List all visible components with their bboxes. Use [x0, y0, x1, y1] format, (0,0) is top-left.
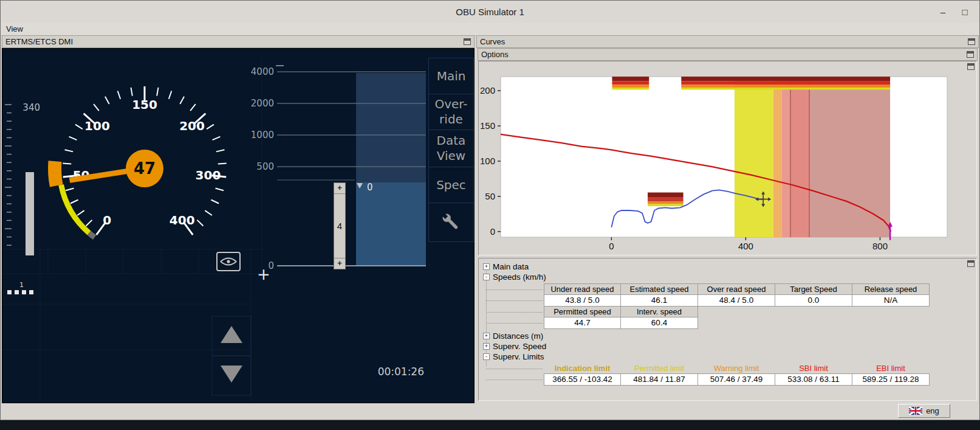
data-tree: + Main data - Speeds (km/h) Under read s… — [483, 262, 974, 386]
speeds-header-row: Under read speed Estimated speed Over re… — [544, 283, 974, 295]
limits-header-cell: SBI limit — [775, 363, 852, 374]
expander-icon[interactable]: - — [483, 353, 490, 360]
svg-text:1000: 1000 — [251, 130, 274, 140]
page-dot[interactable] — [15, 290, 19, 294]
options-panel-title: Options — [481, 50, 509, 59]
svg-text:0: 0 — [609, 241, 614, 251]
limits-value-cell: 533.08 / 63.11 — [775, 373, 852, 386]
obu-simulator-window: OBU Simulator 1 – □ View ERTMS/ETCS DMI … — [0, 0, 980, 420]
expander-icon[interactable]: + — [483, 333, 490, 339]
expander-icon[interactable]: + — [483, 343, 490, 350]
svg-text:2000: 2000 — [251, 98, 274, 109]
speeds-value-row-2: 44.7 60.4 — [544, 317, 974, 329]
dmi-graphics: 4000200010005000005010015020030040047 — [2, 49, 474, 403]
speeds-value-cell: 48.4 / 5.0 — [697, 294, 775, 307]
page-dot[interactable] — [29, 290, 33, 294]
limits-value-cell: 507.46 / 37.49 — [697, 373, 775, 386]
svg-text:300: 300 — [196, 168, 221, 182]
speeds-value-cell: N/A — [852, 294, 930, 307]
svg-text:100: 100 — [480, 156, 495, 166]
speeds-header-cell: Over read speed — [697, 283, 775, 295]
svg-text:400: 400 — [170, 213, 195, 227]
options-dock-icon[interactable] — [967, 51, 974, 58]
tree-item-distances[interactable]: + Distances (m) — [483, 331, 974, 341]
planning-zoom-slider[interactable]: + 4 + — [334, 182, 346, 269]
curves-dock-icon[interactable] — [968, 38, 975, 45]
uk-flag-icon — [909, 407, 922, 415]
speeds-table: Under read speed Estimated speed Over re… — [544, 283, 974, 329]
svg-text:200: 200 — [179, 119, 205, 133]
clock-display: 00:01:26 — [355, 366, 424, 378]
limits-value-cell: 589.25 / 119.28 — [852, 373, 930, 386]
tree-item-superv-limits[interactable]: - Superv. Limits — [483, 352, 974, 362]
speeds-header-row-2: Permitted speed Interv. speed — [544, 306, 974, 317]
data-tree-panel: + Main data - Speeds (km/h) Under read s… — [478, 258, 977, 401]
page-number: 1 — [19, 281, 24, 289]
speeds-value-cell: 43.8 / 5.0 — [544, 294, 621, 307]
dmi-display: 4000200010005000005010015020030040047 34… — [2, 48, 475, 403]
window-title: OBU Simulator 1 — [456, 7, 524, 17]
speeds-header-cell: Target Speed — [775, 283, 852, 295]
curves-panel-title: Curves — [480, 37, 505, 46]
svg-text:150: 150 — [132, 97, 157, 112]
curves-chart-panel: 0400800050100150200 — [478, 61, 977, 255]
speeds-header-cell: Interv. speed — [620, 306, 698, 317]
tree-item-label: Superv. Speed — [493, 342, 546, 351]
speeds-header-cell: Estimated speed — [620, 283, 698, 295]
maximize-button[interactable]: □ — [959, 7, 971, 17]
svg-text:150: 150 — [480, 120, 495, 131]
speeds-value-cell: 60.4 — [620, 317, 698, 329]
menu-bar: View — [1, 23, 979, 36]
curves-chart: 0400800050100150200 — [479, 61, 976, 255]
tree-item-label: Main data — [493, 262, 529, 271]
tree-item-speeds[interactable]: - Speeds (km/h) — [483, 272, 974, 282]
svg-text:47: 47 — [134, 159, 156, 178]
speeds-value-cell: 46.1 — [620, 294, 698, 307]
tree-item-main-data[interactable]: + Main data — [483, 262, 974, 272]
wrench-icon — [439, 210, 464, 235]
limits-value-cell: 481.84 / 11.87 — [620, 373, 698, 386]
tree-item-label: Distances (m) — [493, 331, 543, 341]
zoom-in-button[interactable]: + — [334, 183, 345, 194]
zoom-out-button[interactable]: + — [334, 258, 345, 269]
svg-text:0: 0 — [103, 213, 111, 227]
speeds-value-cell: 0.0 — [775, 294, 852, 307]
dmi-dock-icon[interactable] — [464, 38, 471, 45]
left-gauge-max-label: 340 — [18, 102, 40, 113]
main-button[interactable]: Main — [428, 58, 474, 94]
svg-text:4000: 4000 — [251, 66, 274, 77]
svg-text:0: 0 — [367, 182, 373, 193]
dmi-panel-title: ERTMS/ETCS DMI — [5, 37, 73, 46]
data-view-button[interactable]: Data View — [428, 130, 474, 167]
titlebar[interactable]: OBU Simulator 1 – □ — [1, 1, 979, 23]
page-dot[interactable] — [7, 290, 12, 294]
language-button[interactable]: eng — [898, 404, 950, 418]
speeds-header-cell: Permitted speed — [544, 306, 621, 317]
dmi-menu-sidebar: Main Over-ride Data View Spec — [428, 58, 474, 242]
limits-header-cell: Warning limit — [697, 363, 775, 374]
limits-table: Indication limit Permitted limit Warning… — [544, 363, 974, 386]
chart-dock-icon[interactable] — [967, 63, 975, 70]
menu-view[interactable]: View — [1, 23, 29, 35]
tree-item-label: Superv. Limits — [493, 352, 544, 361]
minimize-button[interactable]: – — [937, 7, 949, 17]
svg-text:800: 800 — [872, 241, 888, 251]
limits-value-row: 366.55 / -103.42 481.84 / 11.87 507.46 /… — [544, 373, 974, 386]
expander-icon[interactable]: - — [483, 274, 490, 280]
scale-plus-button[interactable]: + — [257, 265, 270, 283]
svg-text:50: 50 — [485, 191, 495, 201]
spec-button[interactable]: Spec — [428, 167, 474, 203]
speeds-header-cell: Under read speed — [544, 283, 621, 295]
override-button[interactable]: Over-ride — [428, 94, 474, 130]
limits-header-row: Indication limit Permitted limit Warning… — [544, 363, 974, 374]
svg-text:400: 400 — [738, 241, 753, 251]
svg-text:0: 0 — [490, 226, 495, 237]
speeds-header-cell: Release speed — [852, 283, 930, 295]
expander-icon[interactable]: + — [483, 263, 490, 270]
svg-text:200: 200 — [480, 85, 495, 95]
tree-item-superv-speed[interactable]: + Superv. Speed — [483, 341, 974, 352]
settings-button[interactable] — [428, 203, 474, 242]
page-dot[interactable] — [22, 290, 26, 294]
limits-header-cell: EBI limit — [852, 363, 930, 374]
svg-text:100: 100 — [84, 119, 110, 133]
